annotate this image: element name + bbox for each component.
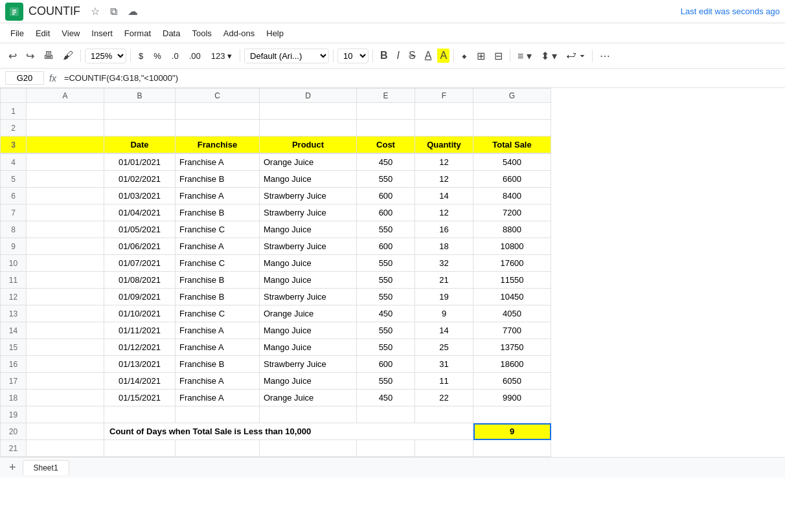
cell-c15[interactable]: Franchise A <box>176 339 260 356</box>
cell-d6[interactable]: Strawberry Juice <box>260 188 357 205</box>
cell-c19[interactable] <box>176 406 260 423</box>
cell-e17[interactable]: 550 <box>357 373 415 390</box>
cell-f5[interactable]: 12 <box>415 171 473 188</box>
col-header-f[interactable]: F <box>415 89 473 103</box>
cell-d12[interactable]: Strawberry Juice <box>260 289 357 305</box>
more-icon[interactable]: ⋯ <box>597 47 613 65</box>
cell-d18[interactable]: Orange Juice <box>260 390 357 406</box>
menu-format[interactable]: Format <box>119 26 156 41</box>
cell-d16[interactable]: Strawberry Juice <box>260 356 357 373</box>
cell-d4[interactable]: Orange Juice <box>260 154 357 171</box>
cell-d21[interactable] <box>260 440 357 457</box>
cell-g17[interactable]: 6050 <box>473 373 551 390</box>
cell-b13[interactable]: 01/10/2021 <box>104 305 176 322</box>
cell-d8[interactable]: Mango Juice <box>260 221 357 238</box>
sheet-tab-1[interactable]: Sheet1 <box>23 460 69 475</box>
cell-e1[interactable] <box>357 103 415 120</box>
cell-e15[interactable]: 550 <box>357 339 415 356</box>
cell-f10[interactable]: 32 <box>415 255 473 272</box>
cell-a16[interactable] <box>27 356 104 373</box>
cell-b14[interactable]: 01/11/2021 <box>104 322 176 339</box>
cell-e9[interactable]: 600 <box>357 238 415 255</box>
menu-view[interactable]: View <box>56 26 85 41</box>
cell-reference-input[interactable] <box>5 71 44 85</box>
cell-e14[interactable]: 550 <box>357 322 415 339</box>
font-size-select[interactable]: 10 11 12 14 <box>337 49 369 63</box>
cell-f6[interactable]: 14 <box>415 188 473 205</box>
fill-color-icon[interactable]: ⬥ <box>458 47 471 64</box>
col-header-b[interactable]: B <box>104 89 176 103</box>
cell-a1[interactable] <box>27 103 104 120</box>
print-icon[interactable]: 🖶 <box>40 47 57 64</box>
cloud-icon[interactable]: ☁ <box>125 4 141 19</box>
valign-icon[interactable]: ⬍ ▾ <box>538 47 560 65</box>
cell-c6[interactable]: Franchise A <box>176 188 260 205</box>
menu-file[interactable]: File <box>5 26 29 41</box>
cell-e3[interactable]: Cost <box>357 137 415 153</box>
menu-tools[interactable]: Tools <box>187 26 216 41</box>
cell-a17[interactable] <box>27 373 104 390</box>
cell-g13[interactable]: 4050 <box>473 305 551 322</box>
cell-a20[interactable] <box>27 423 104 440</box>
cell-e10[interactable]: 550 <box>357 255 415 272</box>
cell-e7[interactable]: 600 <box>357 205 415 221</box>
borders-icon[interactable]: ⊞ <box>473 47 488 65</box>
cell-g12[interactable]: 10450 <box>473 289 551 305</box>
col-header-g[interactable]: G <box>473 89 551 103</box>
cell-a10[interactable] <box>27 255 104 272</box>
cell-c21[interactable] <box>176 440 260 457</box>
cell-b11[interactable]: 01/08/2021 <box>104 272 176 289</box>
cell-d13[interactable]: Orange Juice <box>260 305 357 322</box>
cell-e16[interactable]: 600 <box>357 356 415 373</box>
cell-c4[interactable]: Franchise A <box>176 154 260 171</box>
cell-e8[interactable]: 550 <box>357 221 415 238</box>
cell-d7[interactable]: Strawberry Juice <box>260 205 357 221</box>
cell-g10[interactable]: 17600 <box>473 255 551 272</box>
cell-f18[interactable]: 22 <box>415 390 473 406</box>
cell-b9[interactable]: 01/06/2021 <box>104 238 176 255</box>
highlight-icon[interactable]: A <box>437 49 449 63</box>
cell-a6[interactable] <box>27 188 104 205</box>
cell-a11[interactable] <box>27 272 104 289</box>
cell-c16[interactable]: Franchise B <box>176 356 260 373</box>
font-select[interactable]: Default (Ari...) Arial <box>244 49 329 63</box>
bold-icon[interactable]: B <box>377 47 391 64</box>
menu-addons[interactable]: Add-ons <box>218 26 260 41</box>
cell-f12[interactable]: 19 <box>415 289 473 305</box>
last-edit-link[interactable]: Last edit was seconds ago <box>681 6 780 16</box>
cell-f9[interactable]: 18 <box>415 238 473 255</box>
cell-a13[interactable] <box>27 305 104 322</box>
cell-f1[interactable] <box>415 103 473 120</box>
cell-f4[interactable]: 12 <box>415 154 473 171</box>
cell-b17[interactable]: 01/14/2021 <box>104 373 176 390</box>
cell-g6[interactable]: 8400 <box>473 188 551 205</box>
cell-b8[interactable]: 01/05/2021 <box>104 221 176 238</box>
cell-a4[interactable] <box>27 154 104 171</box>
merge-cells-icon[interactable]: ⊟ <box>491 47 506 65</box>
cell-b15[interactable]: 01/12/2021 <box>104 339 176 356</box>
paint-format-icon[interactable]: 🖌 <box>60 47 76 64</box>
cell-f15[interactable]: 25 <box>415 339 473 356</box>
cell-e13[interactable]: 450 <box>357 305 415 322</box>
cell-g21[interactable] <box>473 440 551 457</box>
cell-a18[interactable] <box>27 390 104 406</box>
summary-value[interactable]: 9 <box>473 423 551 440</box>
cell-c7[interactable]: Franchise B <box>176 205 260 221</box>
strikethrough-icon[interactable]: S <box>405 47 419 64</box>
cell-b21[interactable] <box>104 440 176 457</box>
cell-a7[interactable] <box>27 205 104 221</box>
redo-icon[interactable]: ↪ <box>23 47 38 65</box>
cell-g3[interactable]: Total Sale <box>473 137 551 153</box>
menu-help[interactable]: Help <box>261 26 289 41</box>
cell-b4[interactable]: 01/01/2021 <box>104 154 176 171</box>
align-icon[interactable]: ≡ ▾ <box>514 47 535 65</box>
cell-e12[interactable]: 550 <box>357 289 415 305</box>
cell-d9[interactable]: Strawberry Juice <box>260 238 357 255</box>
cell-g4[interactable]: 5400 <box>473 154 551 171</box>
cell-g19[interactable] <box>473 406 551 423</box>
cell-f3[interactable]: Quantity <box>415 137 473 153</box>
cell-f21[interactable] <box>415 440 473 457</box>
currency-button[interactable]: $ <box>135 49 147 63</box>
cell-b7[interactable]: 01/04/2021 <box>104 205 176 221</box>
star-icon[interactable]: ☆ <box>88 4 102 19</box>
